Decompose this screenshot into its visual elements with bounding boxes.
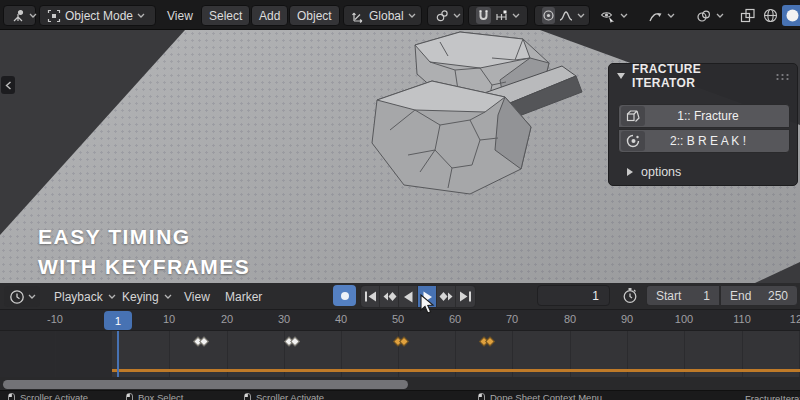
- expander-arrow-icon: [627, 168, 633, 176]
- chevron-down-icon: [577, 13, 585, 18]
- play-reverse-button[interactable]: [399, 286, 418, 307]
- ruler-tick-label: -10: [47, 313, 63, 325]
- menu-playback[interactable]: Playback: [48, 286, 122, 307]
- chevron-down-icon: [408, 13, 416, 18]
- break-button-label: 2:: B R E A K !: [645, 134, 789, 148]
- chevron-down-icon: [512, 13, 520, 18]
- mouse-icon: [478, 393, 485, 400]
- keyframe-diamond[interactable]: [290, 337, 300, 347]
- timeline-ruler[interactable]: 1 -10102030405060708090100110120: [0, 310, 800, 331]
- end-label: End: [730, 289, 751, 303]
- timeline-editor-type-button[interactable]: [4, 286, 40, 307]
- timeline-track[interactable]: [0, 331, 800, 377]
- end-value: 250: [768, 289, 788, 303]
- transform-orientation-select[interactable]: Global: [343, 5, 422, 26]
- ruler-tick-label: 100: [675, 313, 693, 325]
- menu-keying[interactable]: Keying: [116, 286, 178, 307]
- prev-keyframe-button[interactable]: [380, 286, 399, 307]
- object-mode-icon: [47, 9, 61, 23]
- object-mode-select[interactable]: Object Mode: [39, 5, 156, 26]
- panel-options-expander[interactable]: options: [627, 162, 681, 182]
- status-hint: Box Select: [126, 392, 183, 400]
- start-label: Start: [656, 289, 681, 303]
- ruler-tick-label: 80: [564, 313, 576, 325]
- chevron-down-icon: [108, 294, 116, 299]
- panel-grip-icon[interactable]: [775, 73, 789, 80]
- playback-transport: [360, 285, 476, 308]
- fracture-button[interactable]: 1:: Fracture: [618, 104, 790, 128]
- pre-start-region: [0, 331, 112, 377]
- frame-end-field[interactable]: End 250: [720, 285, 798, 306]
- keyframe-diamond[interactable]: [199, 337, 209, 347]
- magnet-icon: [476, 7, 491, 24]
- menu-select[interactable]: Select: [201, 5, 250, 26]
- proportional-editing-controls[interactable]: [534, 5, 590, 26]
- status-hint: Dope Sheet Context Menu: [478, 392, 602, 400]
- break-button[interactable]: 2:: B R E A K !: [618, 129, 790, 153]
- 3d-viewport[interactable]: EASY TIMING WITH KEYFRAMES FRACTURE ITER…: [0, 30, 800, 283]
- falloff-curve-icon: [559, 10, 573, 22]
- headline-text: EASY TIMING WITH KEYFRAMES: [38, 222, 250, 282]
- menu-view[interactable]: View: [161, 5, 199, 26]
- timeline-scrollbar: [0, 377, 800, 391]
- scrollbar-thumb[interactable]: [3, 380, 408, 389]
- auto-keying-record-button[interactable]: [333, 285, 356, 306]
- current-frame-badge[interactable]: 1: [104, 311, 132, 330]
- ruler-tick-label: 110: [733, 313, 751, 325]
- summary-channel-line: [112, 369, 800, 372]
- show-object-types-icon: [600, 9, 616, 23]
- pivot-point-icon: [435, 9, 449, 23]
- chevron-down-icon: [29, 13, 37, 18]
- status-hint: Scroller Activate: [244, 392, 324, 400]
- use-preview-range-button[interactable]: [618, 285, 642, 306]
- fractured-cubes[interactable]: [330, 30, 590, 200]
- shading-solid-button[interactable]: [782, 5, 800, 26]
- menu-object[interactable]: Object: [289, 5, 340, 26]
- start-value: 1: [703, 289, 710, 303]
- snapping-controls[interactable]: [468, 5, 528, 26]
- snap-increment-icon: [495, 10, 508, 22]
- overlays-dropdown[interactable]: [690, 5, 730, 26]
- gridline: [55, 331, 56, 377]
- next-keyframe-button[interactable]: [437, 286, 456, 307]
- status-hint: Scroller Activate: [8, 392, 88, 400]
- chevron-down-icon: [620, 13, 628, 18]
- xray-icon: [740, 8, 756, 23]
- mouse-icon: [126, 393, 133, 400]
- toolbar-collapse-toggle[interactable]: [1, 76, 15, 94]
- editor-type-button[interactable]: [3, 5, 36, 26]
- keyframe-diamond[interactable]: [399, 337, 409, 347]
- frame-start-field[interactable]: Start 1: [646, 285, 719, 306]
- proportional-edit-icon: [542, 7, 555, 24]
- panel-title: FRACTURE ITERATOR: [632, 62, 768, 90]
- editor-3d-viewport-icon: [11, 9, 25, 23]
- ruler-tick-label: 40: [335, 313, 347, 325]
- visibility-dropdown[interactable]: [594, 5, 634, 26]
- pivot-point-select[interactable]: [427, 5, 464, 26]
- keyframe-diamond[interactable]: [485, 337, 495, 347]
- xray-toggle-button[interactable]: [737, 5, 759, 26]
- menu-add[interactable]: Add: [251, 5, 288, 26]
- menu-timeline-view[interactable]: View: [178, 286, 216, 307]
- chevron-down-icon: [164, 294, 172, 299]
- panel-collapse-icon: [617, 73, 625, 79]
- menu-marker[interactable]: Marker: [219, 286, 268, 307]
- playhead-line[interactable]: [117, 331, 119, 377]
- blender-window: Object Mode View Select Add Object Globa…: [0, 0, 800, 400]
- panel-header[interactable]: FRACTURE ITERATOR: [609, 64, 797, 88]
- chevron-down-icon: [137, 13, 145, 18]
- current-frame-field[interactable]: 1: [537, 285, 610, 306]
- ruler-tick-label: 30: [278, 313, 290, 325]
- headline-line1: EASY TIMING: [38, 222, 250, 252]
- clock-icon: [9, 289, 25, 305]
- object-mode-label: Object Mode: [65, 9, 133, 23]
- jump-to-start-button[interactable]: [361, 286, 380, 307]
- mouse-cursor: [420, 294, 435, 315]
- gizmos-dropdown[interactable]: [642, 5, 681, 26]
- status-bar: FractureIterator Scroller Activate Box S…: [0, 391, 800, 400]
- fracture-iterator-panel: FRACTURE ITERATOR 1:: Fracture 2:: B R E…: [608, 63, 798, 186]
- viewport-header-bar: Object Mode View Select Add Object Globa…: [0, 0, 800, 30]
- chevron-down-icon: [28, 294, 36, 299]
- jump-to-end-button[interactable]: [456, 286, 475, 307]
- shading-wireframe-button[interactable]: [760, 6, 780, 26]
